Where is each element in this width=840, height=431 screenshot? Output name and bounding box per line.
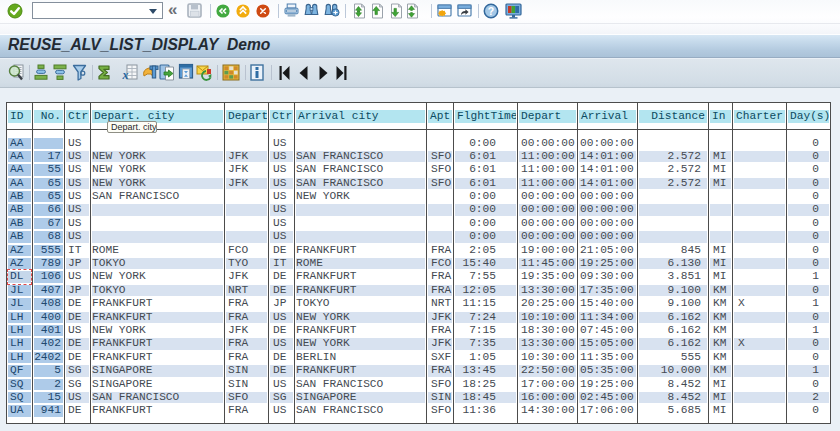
svg-text:x: x [122,68,129,82]
svg-text:?: ? [488,5,494,17]
